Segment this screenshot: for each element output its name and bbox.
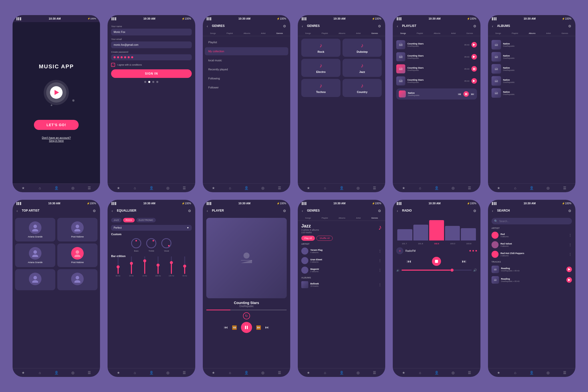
nav-menu-8[interactable]: ☰: [182, 370, 187, 375]
tab-g4[interactable]: Genres: [370, 32, 379, 35]
settings-11[interactable]: ⚙: [473, 209, 476, 213]
menu-mycollection[interactable]: My collection: [205, 47, 288, 55]
nav-home-7[interactable]: ⌂: [37, 370, 42, 375]
nav-radio-12[interactable]: ◎: [546, 370, 550, 375]
name-input[interactable]: Monic Fox: [111, 29, 191, 35]
nav-menu-2[interactable]: ☰: [182, 186, 187, 190]
tab-ar10[interactable]: Artist: [355, 216, 362, 220]
genre-jazz[interactable]: ♪ Jazz: [342, 59, 382, 77]
nav-home-2[interactable]: ⌂: [133, 186, 137, 190]
tab-s5[interactable]: Songs: [399, 32, 407, 35]
nav-star-1[interactable]: ★: [21, 186, 26, 190]
track-1[interactable]: 🏔 Counting Stars OneRepublic 05:43: [396, 39, 477, 51]
lets-go-button[interactable]: LET'S GO!: [34, 120, 79, 130]
tab-ar6[interactable]: Artist: [545, 32, 552, 35]
track-2[interactable]: 🏔 Counting Stars OneRepublic 05:43: [396, 51, 477, 63]
agree-checkbox[interactable]: ✓: [111, 63, 115, 67]
artist-postmalone-2[interactable]: Post Malone: [57, 243, 97, 267]
tab-rock-eq[interactable]: ROCK: [123, 218, 135, 222]
search-track-1[interactable]: 🏔 Reading OneRepublic • 05:43: [492, 264, 572, 275]
track-3[interactable]: 🏔 Counting Stars OneRepublic 05:43: [396, 63, 477, 75]
nav-home-3[interactable]: ⌂: [228, 186, 232, 190]
album-1[interactable]: 🏔 Native OneRepublic: [492, 39, 572, 51]
jazz-album-1[interactable]: Bellowk 15 tracks ⋮: [301, 280, 382, 289]
sa-more-2[interactable]: ⋮: [568, 243, 572, 247]
nav-user-5[interactable]: 👤: [434, 186, 439, 190]
track-4[interactable]: 🏔 Counting Stars OneRepublic 05:43: [396, 75, 477, 87]
prev-prev-btn[interactable]: ⏮: [224, 325, 228, 330]
password-input[interactable]: [111, 54, 191, 60]
nav-menu-1[interactable]: ☰: [87, 186, 91, 190]
nav-radio-1[interactable]: ◎: [71, 186, 75, 190]
pause-3[interactable]: [471, 66, 477, 72]
jazz-artist-2[interactable]: Uran Etwet 4 albums ⋮: [301, 256, 382, 265]
menu-localmusic[interactable]: local music: [205, 56, 288, 64]
nav-radio-11[interactable]: ◎: [451, 370, 455, 375]
more-album[interactable]: ⋮: [378, 283, 382, 287]
artist-ariana-2[interactable]: Ariana Grande: [15, 243, 55, 267]
st-pause-2[interactable]: [566, 277, 572, 283]
nav-star-10[interactable]: ★: [306, 370, 311, 375]
vs5[interactable]: [171, 256, 172, 274]
vslider-4[interactable]: 230 Hz: [152, 256, 164, 277]
dot-2[interactable]: [148, 81, 150, 83]
nav-user-6[interactable]: 👤: [529, 186, 534, 190]
genre-electro[interactable]: ♪ Electro: [301, 59, 340, 77]
nav-star-3[interactable]: ★: [211, 186, 216, 190]
album-5[interactable]: 🏔 Native OneRepublic: [492, 87, 572, 99]
tab-a4[interactable]: Albums: [338, 32, 347, 35]
more-2[interactable]: ⋮: [378, 259, 382, 263]
tab-s4[interactable]: Songs: [304, 32, 312, 35]
menu-recentlyplayed[interactable]: Recently played: [205, 65, 288, 73]
nav-star-6[interactable]: ★: [496, 186, 501, 190]
nav-user-12[interactable]: 👤: [529, 370, 534, 375]
settings-6[interactable]: ⚙: [568, 24, 571, 28]
knob-treble[interactable]: Treble: [146, 238, 156, 252]
more-1[interactable]: ⋮: [378, 249, 382, 253]
nav-user-1[interactable]: 👤: [54, 186, 59, 190]
vs6[interactable]: [184, 256, 185, 274]
artist-6[interactable]: [57, 269, 97, 290]
tab-albums-3[interactable]: Albums: [242, 32, 251, 35]
nav-radio-6[interactable]: ◎: [546, 186, 550, 190]
nav-user-8[interactable]: 👤: [149, 370, 154, 375]
tab-genres-3[interactable]: Genres: [275, 32, 284, 35]
nav-menu-4[interactable]: ☰: [372, 186, 377, 190]
settings-icon-3[interactable]: ⚙: [283, 24, 286, 28]
nav-radio-7[interactable]: ◎: [71, 370, 75, 375]
play-button-big[interactable]: [50, 86, 63, 99]
skip-fwd-btn[interactable]: ⏭: [462, 259, 466, 264]
settings-8[interactable]: ⚙: [188, 209, 191, 213]
vs3[interactable]: [144, 256, 145, 274]
play-2[interactable]: [471, 54, 477, 60]
nav-menu-6[interactable]: ☰: [562, 186, 567, 190]
play-1[interactable]: [471, 42, 477, 47]
tab-a6[interactable]: Albums: [528, 32, 536, 35]
next-next-btn[interactable]: ⏭: [265, 325, 269, 330]
tab-electronic-eq[interactable]: ELECTRONIC: [136, 218, 156, 222]
vs2[interactable]: [131, 256, 132, 274]
volume-track[interactable]: [402, 270, 471, 271]
nav-star-11[interactable]: ★: [401, 370, 406, 375]
vslider-5[interactable]: 140 Hz: [166, 256, 177, 277]
nav-radio-3[interactable]: ◎: [261, 186, 265, 190]
tab-artist-3[interactable]: Artist: [260, 32, 267, 35]
nav-user-4[interactable]: 👤: [339, 186, 344, 190]
dot-3[interactable]: [152, 81, 154, 83]
preset-select[interactable]: Perfect ▼: [111, 225, 191, 231]
nav-home-12[interactable]: ⌂: [513, 370, 517, 375]
nav-menu-5[interactable]: ☰: [467, 186, 472, 190]
nav-menu-9[interactable]: ☰: [277, 370, 282, 375]
search-artist-redvelvet[interactable]: Red Velvet 4 albums ⋮: [492, 240, 572, 250]
jazz-artist-1[interactable]: Yeram Plag 4 albums ⋮: [301, 246, 382, 256]
tab-playlist-3[interactable]: Playlist: [225, 32, 234, 35]
nav-home-9[interactable]: ⌂: [228, 370, 232, 375]
knob-treble-dial[interactable]: [146, 238, 156, 248]
artist-5[interactable]: [15, 269, 55, 290]
tab-a5[interactable]: Albums: [433, 32, 442, 35]
email-input[interactable]: monic.fox@gmail.com: [111, 41, 191, 48]
nav-star-4[interactable]: ★: [306, 186, 311, 190]
sa-more-1[interactable]: ⋮: [568, 233, 572, 237]
tab-p10[interactable]: Playlist: [321, 216, 329, 220]
knob-bass-dial[interactable]: [131, 238, 141, 248]
